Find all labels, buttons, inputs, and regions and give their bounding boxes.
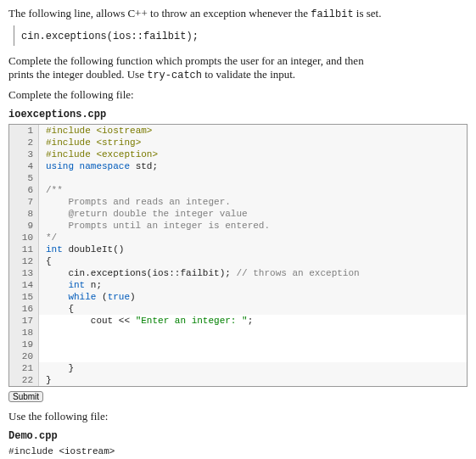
code-line: 8 @return double the integer value (9, 208, 467, 220)
line-number: 12 (9, 255, 39, 267)
code-cell: using namespace std; (39, 160, 467, 172)
code-cell[interactable] (39, 350, 467, 362)
line-number: 10 (9, 232, 39, 243)
code-cell: { (39, 303, 467, 315)
code-line-editable[interactable]: 20 (9, 350, 467, 362)
example-code-block: cin.exceptions(ios::failbit); (14, 25, 468, 46)
code-cell: int doubleIt() (39, 243, 467, 255)
code-line: 16 { (9, 303, 467, 315)
code-cell[interactable] (39, 339, 467, 350)
instruction-line2: prints the integer doubled. Use try-catc… (8, 68, 468, 81)
code-cell: while (true) (39, 291, 467, 303)
code-cell[interactable]: cout << "Enter an integer: "; (39, 315, 467, 327)
demo-code-block: #include <iostream> using namespace std;… (8, 445, 468, 459)
code-cell: #include <string> (39, 137, 467, 148)
complete-file-label: Complete the following file: (8, 88, 468, 102)
instruction-line1: Complete the following function which pr… (8, 54, 468, 68)
line-number: 7 (9, 196, 39, 208)
intro-code-1: failbit (311, 8, 353, 20)
line-number: 16 (9, 303, 39, 315)
code-line: 5 (9, 172, 467, 184)
line-number: 2 (9, 137, 39, 148)
code-line: 3 #include <exception> (9, 148, 467, 160)
code-cell[interactable] (39, 327, 467, 339)
line-number: 14 (9, 279, 39, 291)
intro-text-1: The following line, allows C++ to throw … (8, 7, 311, 20)
file1-name: ioexceptions.cpp (8, 109, 468, 120)
file2-name: Demo.cpp (8, 430, 468, 442)
code-line: 13 cin.exceptions(ios::failbit); // thro… (9, 267, 467, 279)
line-number: 22 (9, 374, 39, 386)
line-number: 20 (9, 350, 39, 362)
line-number: 21 (9, 362, 39, 374)
code-cell: } (39, 374, 467, 386)
code-cell: @return double the integer value (39, 208, 467, 220)
code-line: 9 Prompts until an integer is entered. (9, 220, 467, 232)
code-cell: Prompts until an integer is entered. (39, 220, 467, 232)
line-number: 11 (9, 243, 39, 255)
code-line: 10 */ (9, 232, 467, 243)
line-number: 8 (9, 208, 39, 220)
code-cell: } (39, 362, 467, 374)
line-number: 17 (9, 315, 39, 327)
submit-button[interactable]: Submit (8, 391, 43, 402)
code-line: 7 Prompts and reads an integer. (9, 196, 467, 208)
line-number: 9 (9, 220, 39, 232)
code-line: 22 } (9, 374, 467, 386)
code-line: 21 } (9, 362, 467, 374)
instruction-block: Complete the following function which pr… (8, 54, 468, 81)
code-line: 11 int doubleIt() (9, 243, 467, 255)
code-line: 4 using namespace std; (9, 160, 467, 172)
code-cell: int n; (39, 279, 467, 291)
line-number: 13 (9, 267, 39, 279)
code-line: 12 { (9, 255, 467, 267)
code-line-editable[interactable]: 19 (9, 339, 467, 350)
intro-sentence: The following line, allows C++ to throw … (8, 7, 468, 20)
use-file-label: Use the following file: (8, 410, 468, 423)
example-code-line: cin.exceptions(ios::failbit); (21, 31, 199, 42)
code-cell: { (39, 255, 467, 267)
intro-text-2: is set. (354, 7, 382, 20)
code-line-editable[interactable]: 18 (9, 327, 467, 339)
code-cell: Prompts and reads an integer. (39, 196, 467, 208)
code-cell: /** (39, 184, 467, 196)
line-number: 18 (9, 327, 39, 339)
line-number: 5 (9, 172, 39, 184)
code-line: 1 #include <iostream> (9, 125, 467, 137)
code-cell (39, 172, 467, 184)
code-editor: 1 #include <iostream> 2 #include <string… (8, 124, 468, 387)
line-number: 19 (9, 339, 39, 350)
line-number: 4 (9, 160, 39, 172)
line-number: 6 (9, 184, 39, 196)
code-line: 15 while (true) (9, 291, 467, 303)
code-cell: */ (39, 232, 467, 243)
code-line-editable[interactable]: 17 cout << "Enter an integer: "; (9, 315, 467, 327)
line-number: 15 (9, 291, 39, 303)
line-number: 3 (9, 148, 39, 160)
code-cell: #include <exception> (39, 148, 467, 160)
code-line: 6 /** (9, 184, 467, 196)
code-line: 14 int n; (9, 279, 467, 291)
code-cell: cin.exceptions(ios::failbit); // throws … (39, 267, 467, 279)
code-cell: #include <iostream> (39, 125, 467, 137)
line-number: 1 (9, 125, 39, 137)
code-line: 2 #include <string> (9, 137, 467, 148)
